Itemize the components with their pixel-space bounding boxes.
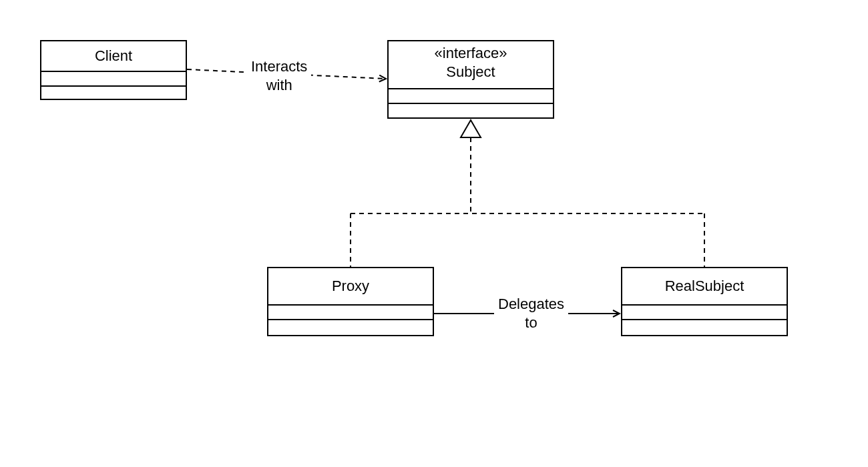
edge-label-interacts-line2: with (251, 76, 307, 95)
class-proxy-attrs (268, 306, 433, 320)
class-realsubject-attrs (622, 306, 787, 320)
class-realsubject: RealSubject (621, 267, 788, 336)
class-subject-name: Subject (391, 63, 550, 81)
class-realsubject-ops (622, 320, 787, 335)
class-subject: «interface» Subject (387, 40, 554, 119)
class-client-ops (41, 87, 186, 101)
edge-label-delegates-to: Delegates to (494, 295, 568, 332)
diagram-canvas: RealSubject (association) --> Client «in… (0, 0, 868, 467)
class-subject-ops (389, 104, 553, 119)
class-subject-attrs (389, 89, 553, 104)
class-proxy-name: Proxy (332, 277, 369, 296)
edge-label-interacts-line1: Interacts (251, 57, 307, 76)
edge-label-delegates-line2: to (498, 314, 564, 332)
class-client: Client (40, 40, 187, 100)
class-realsubject-name: RealSubject (665, 277, 744, 296)
edge-label-interacts-with: Interacts with (247, 57, 311, 94)
realization-arrowhead (461, 120, 481, 137)
class-proxy-ops (268, 320, 433, 335)
class-subject-stereotype: «interface» (391, 44, 550, 63)
class-client-name: Client (95, 47, 132, 65)
edge-label-delegates-line1: Delegates (498, 295, 564, 314)
class-client-attrs (41, 72, 186, 87)
class-proxy: Proxy (267, 267, 434, 336)
